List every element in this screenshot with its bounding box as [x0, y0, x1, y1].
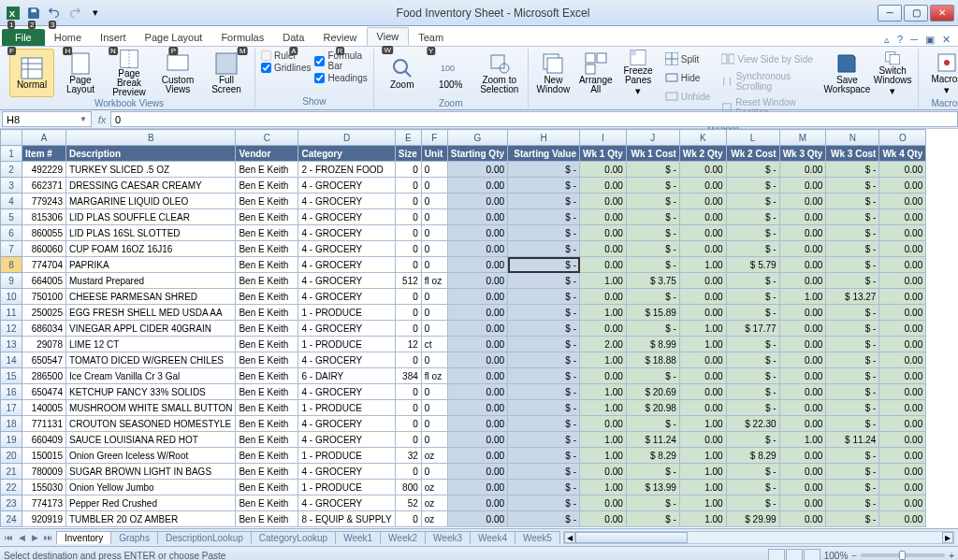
cell[interactable]: 0.00	[679, 352, 726, 368]
cell[interactable]: 4 - GROCERY	[298, 273, 395, 289]
cell[interactable]: 0.00	[879, 209, 926, 225]
cell[interactable]: 780009	[22, 464, 66, 480]
cell[interactable]: 140005	[22, 400, 66, 416]
cell[interactable]: Ben E Keith	[236, 178, 298, 194]
cell[interactable]: 0.00	[879, 352, 926, 368]
cell[interactable]: 0.00	[679, 209, 726, 225]
cell[interactable]: Ben E Keith	[236, 337, 298, 352]
cell[interactable]: TOMATO DICED W/GREEN CHILES	[66, 352, 236, 368]
cell[interactable]: 1 - PRODUCE	[298, 448, 395, 464]
cell[interactable]: $ -	[826, 225, 879, 241]
row-header[interactable]: 10	[1, 289, 22, 305]
cell[interactable]: 4 - GROCERY	[298, 194, 395, 209]
cell[interactable]: $ -	[626, 464, 679, 480]
cell[interactable]: 774173	[22, 495, 66, 511]
cell[interactable]: $ 11.24	[626, 432, 679, 448]
cell[interactable]: 250025	[22, 305, 66, 321]
cell[interactable]: 771131	[22, 416, 66, 432]
column-header[interactable]: N	[826, 130, 879, 146]
cell[interactable]: 0.00	[447, 400, 507, 416]
cell[interactable]: 4 - GROCERY	[298, 495, 395, 511]
cell[interactable]: 8 - EQUIP & SUPPLY	[298, 511, 395, 527]
cell[interactable]: 0	[421, 416, 447, 432]
cell[interactable]: $ -	[626, 257, 679, 273]
cell[interactable]: $ -	[726, 305, 779, 321]
row-header[interactable]: 21	[1, 464, 22, 480]
cell[interactable]: 0.00	[679, 305, 726, 321]
row-header[interactable]: 14	[1, 352, 22, 368]
cell[interactable]: oz	[421, 511, 447, 527]
cell[interactable]: $ -	[508, 511, 580, 527]
cell[interactable]: 0	[421, 194, 447, 209]
cell[interactable]: $ -	[626, 495, 679, 511]
cell[interactable]: 2 - FROZEN FOOD	[298, 162, 395, 178]
cell[interactable]: Ben E Keith	[236, 495, 298, 511]
cell[interactable]: $ -	[626, 511, 679, 527]
cell[interactable]: 0.00	[679, 400, 726, 416]
cell[interactable]: $ -	[826, 162, 879, 178]
row-header[interactable]: 20	[1, 448, 22, 464]
cell[interactable]: KETCHUP FANCY 33% SOLIDS	[66, 384, 236, 400]
headings-checkbox[interactable]: Headings	[314, 73, 367, 83]
cell[interactable]: $ -	[508, 273, 580, 289]
tab-data[interactable]: DataA	[273, 29, 313, 46]
cell[interactable]: CHEESE PARMESAN SHRED	[66, 289, 236, 305]
cell[interactable]: $ -	[726, 241, 779, 257]
cell[interactable]: $ -	[626, 416, 679, 432]
cell[interactable]: $ -	[508, 257, 580, 273]
cell[interactable]: 52	[395, 495, 421, 511]
column-header[interactable]: D	[298, 130, 395, 146]
hide-button[interactable]: Hide	[661, 69, 715, 86]
column-header[interactable]: C	[236, 130, 298, 146]
cell[interactable]: 0	[395, 384, 421, 400]
cell[interactable]: Ben E Keith	[236, 209, 298, 225]
cell[interactable]: 0.00	[879, 511, 926, 527]
cell[interactable]: $ 3.75	[626, 273, 679, 289]
cell[interactable]: DRESSING CAESAR CREAMY	[66, 178, 236, 194]
column-header[interactable]: G	[447, 130, 507, 146]
cell[interactable]: 0	[395, 416, 421, 432]
cell[interactable]: 0.00	[447, 321, 507, 337]
column-header[interactable]: A	[22, 130, 66, 146]
cell[interactable]: oz	[421, 495, 447, 511]
cell[interactable]: $ -	[826, 241, 879, 257]
cell[interactable]: $ -	[826, 194, 879, 209]
cell[interactable]: 0.00	[779, 257, 826, 273]
full-screen-button[interactable]: Full Screen	[204, 49, 249, 97]
cell[interactable]: fl oz	[421, 273, 447, 289]
cell[interactable]: 0.00	[447, 273, 507, 289]
cell[interactable]: 0	[421, 321, 447, 337]
cell[interactable]: 0.00	[779, 321, 826, 337]
cell[interactable]: $ -	[508, 464, 580, 480]
cell[interactable]: 800	[395, 480, 421, 495]
cell[interactable]: $ -	[508, 400, 580, 416]
cell[interactable]: 0.00	[879, 480, 926, 495]
cell[interactable]: CUP FOAM 16OZ 16J16	[66, 241, 236, 257]
row-header[interactable]: 4	[1, 194, 22, 209]
cell[interactable]: 0	[395, 162, 421, 178]
cell[interactable]: 0.00	[447, 511, 507, 527]
cell[interactable]: 0	[421, 209, 447, 225]
cell[interactable]: 512	[395, 273, 421, 289]
cell[interactable]: Ben E Keith	[236, 257, 298, 273]
cell[interactable]: 1.00	[679, 321, 726, 337]
cell[interactable]: 0.00	[879, 273, 926, 289]
cell[interactable]: $ 5.79	[726, 257, 779, 273]
cell[interactable]: 286500	[22, 368, 66, 384]
cell[interactable]: 1.00	[580, 384, 627, 400]
cell[interactable]: 4 - GROCERY	[298, 178, 395, 194]
cell[interactable]: 1.00	[580, 432, 627, 448]
fx-icon[interactable]: fx	[94, 114, 110, 125]
cell[interactable]: 0	[395, 400, 421, 416]
cell[interactable]: $ -	[626, 162, 679, 178]
cell[interactable]: $ -	[508, 448, 580, 464]
cell[interactable]: 0.00	[879, 162, 926, 178]
cell[interactable]: $ -	[626, 368, 679, 384]
cell[interactable]: 650474	[22, 384, 66, 400]
row-header[interactable]: 2	[1, 162, 22, 178]
cell[interactable]: $ -	[726, 480, 779, 495]
cell[interactable]: 0.00	[779, 480, 826, 495]
cell[interactable]: 1.00	[580, 400, 627, 416]
cell[interactable]: 0.00	[779, 495, 826, 511]
cell[interactable]: 0.00	[879, 194, 926, 209]
